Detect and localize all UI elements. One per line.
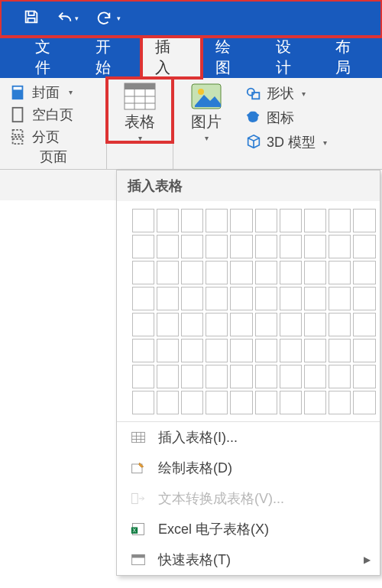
grid-cell[interactable]	[157, 261, 179, 284]
grid-cell[interactable]	[280, 365, 302, 388]
grid-cell[interactable]	[304, 209, 326, 232]
tab-home[interactable]: 开始	[82, 37, 142, 78]
grid-cell[interactable]	[230, 339, 252, 362]
grid-cell[interactable]	[157, 365, 179, 388]
grid-cell[interactable]	[353, 287, 375, 310]
tab-layout[interactable]: 布局	[322, 37, 382, 78]
3d-model-button[interactable]: 3D 模型▾	[245, 130, 363, 154]
grid-cell[interactable]	[280, 339, 302, 362]
grid-cell[interactable]	[157, 339, 179, 362]
grid-cell[interactable]	[255, 261, 277, 284]
grid-cell[interactable]	[329, 235, 351, 258]
grid-cell[interactable]	[255, 313, 277, 336]
tab-file[interactable]: 文件	[21, 37, 82, 78]
grid-cell[interactable]	[255, 235, 277, 258]
grid-cell[interactable]	[206, 365, 228, 388]
tab-draw[interactable]: 绘图	[202, 37, 262, 78]
grid-cell[interactable]	[329, 313, 351, 336]
grid-cell[interactable]	[230, 235, 252, 258]
grid-cell[interactable]	[157, 391, 179, 414]
grid-cell[interactable]	[157, 235, 179, 258]
undo-button[interactable]: ▾	[57, 10, 79, 27]
grid-cell[interactable]	[329, 391, 351, 414]
picture-button[interactable]: 图片 ▾	[173, 78, 239, 142]
grid-cell[interactable]	[280, 261, 302, 284]
grid-cell[interactable]	[181, 235, 203, 258]
grid-cell[interactable]	[304, 391, 326, 414]
grid-cell[interactable]	[230, 209, 252, 232]
grid-cell[interactable]	[304, 235, 326, 258]
grid-cell[interactable]	[132, 235, 154, 258]
grid-cell[interactable]	[280, 313, 302, 336]
page-break-button[interactable]: 分页	[6, 125, 100, 148]
grid-cell[interactable]	[206, 261, 228, 284]
chevron-down-icon[interactable]: ▾	[117, 15, 121, 22]
grid-cell[interactable]	[280, 209, 302, 232]
menu-quick-tables[interactable]: 快速表格(T) ▶	[117, 544, 380, 575]
grid-cell[interactable]	[132, 209, 154, 232]
grid-cell[interactable]	[329, 209, 351, 232]
grid-cell[interactable]	[255, 365, 277, 388]
blank-page-button[interactable]: 空白页	[6, 103, 100, 125]
grid-cell[interactable]	[206, 339, 228, 362]
grid-cell[interactable]	[132, 365, 154, 388]
grid-cell[interactable]	[353, 339, 375, 362]
grid-cell[interactable]	[304, 287, 326, 310]
menu-draw-table[interactable]: 绘制表格(D)	[117, 453, 380, 483]
grid-cell[interactable]	[206, 391, 228, 414]
menu-excel-spreadsheet[interactable]: X Excel 电子表格(X)	[117, 514, 380, 544]
grid-cell[interactable]	[329, 261, 351, 284]
grid-cell[interactable]	[206, 313, 228, 336]
grid-cell[interactable]	[353, 391, 375, 414]
grid-cell[interactable]	[181, 339, 203, 362]
grid-cell[interactable]	[304, 261, 326, 284]
grid-cell[interactable]	[304, 365, 326, 388]
grid-cell[interactable]	[353, 235, 375, 258]
grid-cell[interactable]	[255, 209, 277, 232]
grid-cell[interactable]	[230, 261, 252, 284]
grid-cell[interactable]	[181, 391, 203, 414]
icons-button[interactable]: 图标	[245, 106, 363, 130]
grid-cell[interactable]	[353, 261, 375, 284]
cover-page-button[interactable]: 封面▾	[6, 81, 100, 103]
shapes-button[interactable]: 形状▾	[245, 81, 363, 106]
tab-design[interactable]: 设计	[262, 37, 322, 78]
grid-cell[interactable]	[329, 287, 351, 310]
grid-cell[interactable]	[157, 287, 179, 310]
grid-cell[interactable]	[280, 235, 302, 258]
grid-cell[interactable]	[230, 287, 252, 310]
grid-cell[interactable]	[255, 391, 277, 414]
grid-cell[interactable]	[329, 339, 351, 362]
grid-cell[interactable]	[353, 209, 375, 232]
grid-cell[interactable]	[353, 365, 375, 388]
grid-cell[interactable]	[181, 365, 203, 388]
grid-cell[interactable]	[181, 313, 203, 336]
grid-cell[interactable]	[304, 313, 326, 336]
grid-cell[interactable]	[206, 209, 228, 232]
grid-cell[interactable]	[206, 235, 228, 258]
grid-cell[interactable]	[132, 391, 154, 414]
grid-cell[interactable]	[206, 287, 228, 310]
save-icon[interactable]	[23, 8, 40, 28]
grid-cell[interactable]	[181, 261, 203, 284]
grid-cell[interactable]	[132, 261, 154, 284]
chevron-down-icon[interactable]: ▾	[75, 15, 79, 22]
grid-cell[interactable]	[230, 313, 252, 336]
grid-cell[interactable]	[181, 209, 203, 232]
grid-cell[interactable]	[255, 339, 277, 362]
table-size-grid[interactable]	[117, 201, 380, 418]
grid-cell[interactable]	[157, 313, 179, 336]
grid-cell[interactable]	[132, 287, 154, 310]
grid-cell[interactable]	[157, 209, 179, 232]
grid-cell[interactable]	[255, 287, 277, 310]
repeat-button[interactable]: ▾	[96, 10, 121, 27]
grid-cell[interactable]	[230, 365, 252, 388]
tab-insert[interactable]: 插入	[141, 37, 202, 78]
menu-insert-table[interactable]: 插入表格(I)...	[117, 422, 380, 453]
grid-cell[interactable]	[329, 365, 351, 388]
grid-cell[interactable]	[230, 391, 252, 414]
grid-cell[interactable]	[132, 339, 154, 362]
table-button[interactable]: 表格 ▾	[107, 78, 173, 142]
grid-cell[interactable]	[132, 313, 154, 336]
grid-cell[interactable]	[304, 339, 326, 362]
